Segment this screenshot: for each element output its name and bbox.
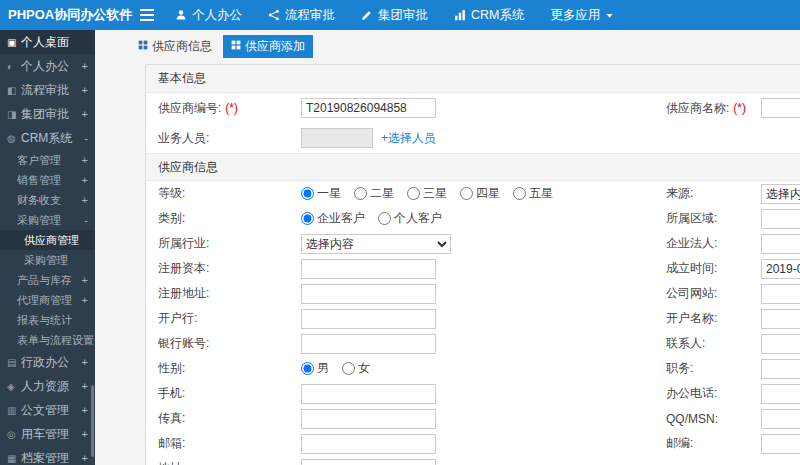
sidebar-item-finance[interactable]: 财务收支 + [0, 190, 95, 210]
sidebar-item-hr[interactable]: ◈ 人力资源 + [0, 374, 95, 398]
source-select[interactable]: 选择内容 [761, 184, 800, 204]
field-label: 企业法人: [666, 235, 761, 252]
level-radio[interactable] [354, 187, 367, 200]
label-text: 银行账号: [158, 335, 209, 352]
registered-address-input[interactable] [301, 284, 436, 304]
sidebar-item-label: 报表与统计 [17, 313, 72, 328]
level-radio[interactable] [460, 187, 473, 200]
industry-select[interactable]: 选择内容 [301, 234, 451, 254]
bank-account-input[interactable] [301, 334, 436, 354]
sidebar-item-sales-mgmt[interactable]: 销售管理 + [0, 170, 95, 190]
sidebar-item-agent-mgmt[interactable]: 代理商管理 + [0, 290, 95, 310]
level-option-3star[interactable]: 三星 [407, 185, 447, 202]
grid-icon [231, 39, 241, 53]
label-text: 联系人: [666, 335, 705, 352]
nav-item-more-apps[interactable]: 更多应用 [537, 0, 627, 30]
sidebar-item-form-flow-settings[interactable]: 表单与流程设置 + [0, 330, 95, 350]
position-input[interactable] [761, 359, 800, 379]
contact-input[interactable] [761, 334, 800, 354]
gender-radio[interactable] [342, 362, 355, 375]
category-radio[interactable] [378, 212, 391, 225]
sidebar-item-admin-office[interactable]: ▤ 行政办公 + [0, 350, 95, 374]
field-label: 注册地址: [146, 285, 301, 302]
fax-input[interactable] [301, 409, 436, 429]
gender-radio[interactable] [301, 362, 314, 375]
category-option-individual[interactable]: 个人客户 [378, 210, 442, 227]
radio-label: 企业客户 [317, 210, 365, 227]
legal-person-input[interactable] [761, 234, 800, 254]
mobile-input[interactable] [301, 384, 436, 404]
nav-item-process-approval[interactable]: 流程审批 [255, 0, 348, 30]
field-label: 办公电话: [666, 385, 761, 402]
form-row: 供应商编号: (*) 供应商名称: (*) [146, 93, 800, 123]
nav-label: 集团审批 [378, 7, 428, 24]
email-input[interactable] [301, 434, 436, 454]
category-option-enterprise[interactable]: 企业客户 [301, 210, 365, 227]
form-row: 手机: 办公电话: [146, 381, 800, 406]
supplier-name-input[interactable] [761, 98, 800, 118]
sidebar-item-official-doc[interactable]: ▥ 公文管理 + [0, 398, 95, 422]
sidebar-item-group-approval[interactable]: ◨ 集团审批 + [0, 102, 95, 126]
company-website-input[interactable] [761, 284, 800, 304]
level-option-5star[interactable]: 五星 [513, 185, 553, 202]
gender-radio-group: 男 女 [301, 360, 666, 377]
main-content: 供应商信息 供应商添加 基本信息 供应商编号: (*) [95, 30, 800, 465]
nav-item-group-approval[interactable]: 集团审批 [348, 0, 441, 30]
sidebar-item-vehicle[interactable]: ◎ 用车管理 + [0, 422, 95, 446]
office-phone-input[interactable] [761, 384, 800, 404]
level-option-2star[interactable]: 二星 [354, 185, 394, 202]
category-radio[interactable] [301, 212, 314, 225]
level-radio[interactable] [513, 187, 526, 200]
sidebar-item-process-approval[interactable]: ◧ 流程审批 + [0, 78, 95, 102]
sidebar-item-label: 财务收支 [17, 193, 61, 208]
supplier-no-input[interactable] [301, 98, 436, 118]
level-option-1star[interactable]: 一星 [301, 185, 341, 202]
nav-item-personal-office[interactable]: 个人办公 [162, 0, 255, 30]
label-text: 开户行: [158, 310, 197, 327]
select-person-link[interactable]: +选择人员 [381, 130, 436, 147]
label-text: 性别: [158, 360, 185, 377]
sidebar-item-purchase-mgmt[interactable]: 采购管理 - [0, 210, 95, 230]
sidebar-item-customer-mgmt[interactable]: 客户管理 + [0, 150, 95, 170]
expand-plus-icon: + [82, 84, 90, 96]
expand-plus-icon: + [82, 274, 90, 286]
level-option-4star[interactable]: 四星 [460, 185, 500, 202]
sidebar-item-crm-system[interactable]: ◍ CRM系统 - [0, 126, 95, 150]
field-label: 供应商编号: (*) [146, 100, 301, 117]
sidebar-item-personal-office[interactable]: ◐ 个人办公 + [0, 54, 95, 78]
founded-date-input[interactable] [761, 259, 800, 279]
tab-supplier-add[interactable]: 供应商添加 [223, 35, 313, 58]
label-text: 办公电话: [666, 385, 717, 402]
gender-option-male[interactable]: 男 [301, 360, 329, 377]
account-name-input[interactable] [761, 309, 800, 329]
level-radio[interactable] [301, 187, 314, 200]
region-input[interactable] [761, 209, 800, 229]
qq-msn-input[interactable] [761, 409, 800, 429]
label-text: 所属区域: [666, 210, 717, 227]
nav-item-crm-system[interactable]: CRM系统 [441, 0, 537, 30]
form-row: 业务人员: +选择人员 [146, 123, 800, 153]
label-text: 职务: [666, 360, 693, 377]
field-label: 手机: [146, 385, 301, 402]
sales-person-input[interactable] [301, 128, 373, 148]
address-input[interactable] [301, 459, 436, 465]
zipcode-input[interactable] [761, 434, 800, 454]
sidebar-item-purchase-mgmt-sub[interactable]: 采购管理 [0, 250, 95, 270]
expand-plus-icon: + [82, 404, 90, 416]
registered-capital-input[interactable] [301, 259, 436, 279]
bank-input[interactable] [301, 309, 436, 329]
sidebar-scrollbar[interactable] [91, 385, 94, 457]
tab-bar: 供应商信息 供应商添加 [95, 30, 800, 62]
tab-supplier-info[interactable]: 供应商信息 [130, 35, 220, 58]
level-radio[interactable] [407, 187, 420, 200]
sidebar-item-supplier-mgmt[interactable]: 供应商管理 [0, 230, 95, 250]
sidebar-item-label: 个人桌面 [21, 34, 69, 51]
sidebar-item-product-inventory[interactable]: 产品与库存 + [0, 270, 95, 290]
sidebar-item-personal-desktop[interactable]: ▣ 个人桌面 [0, 30, 95, 54]
sidebar-item-archive[interactable]: ▦ 档案管理 + [0, 446, 95, 465]
menu-toggle-icon[interactable] [132, 0, 162, 30]
form-row: 地址: [146, 456, 800, 465]
crm-icon: ◍ [7, 133, 21, 144]
sidebar-item-reports[interactable]: 报表与统计 [0, 310, 95, 330]
gender-option-female[interactable]: 女 [342, 360, 370, 377]
